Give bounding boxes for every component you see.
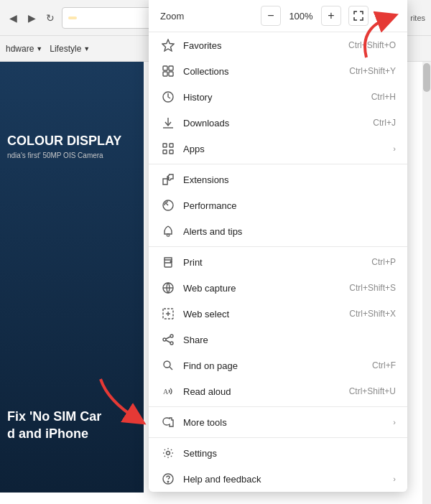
alerts-menu-label: Alerts and tips bbox=[183, 226, 396, 237]
divider-4 bbox=[149, 437, 407, 438]
extensions-menu-label: Extensions bbox=[183, 174, 396, 185]
svg-marker-3 bbox=[162, 39, 174, 51]
webcapture-shortcut: Ctrl+Shift+S bbox=[349, 283, 396, 293]
favorites-menu-label: Favorites bbox=[183, 40, 341, 51]
menu-item-webselect[interactable]: Web select Ctrl+Shift+X bbox=[149, 301, 407, 327]
performance-menu-icon bbox=[160, 197, 176, 213]
settings-menu-icon bbox=[160, 445, 176, 461]
page-banner: COLOUR DISPLAY ndia's first' 50MP OIS Ca… bbox=[0, 62, 144, 174]
page-content-area: COLOUR DISPLAY ndia's first' 50MP OIS Ca… bbox=[0, 62, 144, 493]
menu-item-collections[interactable]: Collections Ctrl+Shift+Y bbox=[149, 58, 407, 84]
svg-rect-13 bbox=[170, 150, 173, 154]
apps-menu-label: Apps bbox=[183, 144, 386, 154]
menu-item-downloads[interactable]: Downloads Ctrl+J bbox=[149, 110, 407, 136]
history-shortcut: Ctrl+H bbox=[371, 92, 396, 102]
banner-sub-text: ndia's first' 50MP OIS Camera bbox=[7, 151, 136, 159]
forward-icon[interactable]: ▶ bbox=[24, 11, 39, 25]
moretools-menu-icon bbox=[160, 414, 176, 430]
menu-item-share[interactable]: Share bbox=[149, 327, 407, 353]
nav-item-lifestyle[interactable]: Lifestyle ▼ bbox=[50, 44, 90, 54]
apps-menu-icon bbox=[160, 141, 176, 157]
svg-rect-6 bbox=[163, 72, 167, 76]
share-menu-label: Share bbox=[183, 335, 396, 345]
bottom-heading: Fix 'No SIM Car d and iPhone bbox=[7, 409, 122, 442]
menu-item-settings[interactable]: Settings bbox=[149, 440, 407, 466]
svg-point-32 bbox=[167, 481, 169, 482]
divider-3 bbox=[149, 406, 407, 407]
extensions-menu-icon bbox=[160, 172, 176, 187]
nav-lifestyle-arrow: ▼ bbox=[83, 45, 90, 52]
history-menu-label: History bbox=[183, 92, 364, 103]
menu-item-apps[interactable]: Apps › bbox=[149, 136, 407, 162]
favorites-label: rites bbox=[410, 14, 425, 22]
findonpage-shortcut: Ctrl+F bbox=[372, 360, 396, 370]
zoom-expand-button[interactable] bbox=[348, 6, 369, 26]
svg-point-16 bbox=[170, 261, 172, 263]
svg-rect-4 bbox=[163, 66, 167, 70]
helpfeedback-menu-label: Help and feedback bbox=[183, 474, 386, 485]
svg-rect-7 bbox=[169, 72, 173, 76]
svg-rect-12 bbox=[163, 150, 167, 154]
menu-item-history[interactable]: History Ctrl+H bbox=[149, 84, 407, 110]
menu-item-findonpage[interactable]: Find on page Ctrl+F bbox=[149, 353, 407, 378]
webselect-menu-icon bbox=[160, 306, 176, 322]
print-shortcut: Ctrl+P bbox=[371, 257, 396, 267]
menu-item-favorites[interactable]: Favorites Ctrl+Shift+O bbox=[149, 32, 407, 58]
settings-menu-label: Settings bbox=[183, 448, 396, 459]
moretools-menu-label: More tools bbox=[183, 417, 386, 428]
svg-rect-10 bbox=[163, 144, 167, 147]
readaloud-menu-label: Read aloud bbox=[183, 386, 342, 397]
menu-item-helpfeedback[interactable]: Help and feedback › bbox=[149, 466, 407, 492]
apps-arrow: › bbox=[393, 144, 396, 153]
divider-1 bbox=[149, 164, 407, 164]
menu-item-performance[interactable]: Performance bbox=[149, 192, 407, 218]
menu-item-readaloud[interactable]: A Read aloud Ctrl+Shift+U bbox=[149, 378, 407, 404]
svg-line-28 bbox=[170, 367, 172, 370]
menu-item-webcapture[interactable]: Web capture Ctrl+Shift+S bbox=[149, 275, 407, 301]
menu-item-moretools[interactable]: More tools › bbox=[149, 409, 407, 435]
downloads-menu-label: Downloads bbox=[183, 118, 366, 129]
favorites-menu-icon bbox=[160, 37, 176, 53]
collections-menu-icon bbox=[160, 63, 176, 79]
svg-rect-15 bbox=[164, 263, 172, 267]
alerts-menu-icon bbox=[160, 223, 176, 239]
more-dots-icon bbox=[379, 9, 392, 22]
nav-hardware-arrow: ▼ bbox=[36, 45, 42, 52]
dropdown-menu: Zoom − 100% + Favorites Ct bbox=[149, 0, 407, 492]
webselect-shortcut: Ctrl+Shift+X bbox=[349, 309, 396, 319]
findonpage-menu-label: Find on page bbox=[183, 360, 365, 371]
menu-item-print[interactable]: Print Ctrl+P bbox=[149, 249, 407, 275]
nav-item-hardware[interactable]: hdware ▼ bbox=[6, 44, 42, 54]
performance-menu-label: Performance bbox=[183, 200, 396, 211]
zoom-percent: 100% bbox=[288, 11, 314, 22]
zoom-minus-button[interactable]: − bbox=[261, 6, 281, 26]
print-menu-icon bbox=[160, 254, 176, 270]
findonpage-menu-icon bbox=[160, 358, 176, 373]
svg-point-23 bbox=[163, 338, 166, 341]
zoom-bar: Zoom − 100% + bbox=[149, 0, 407, 32]
bottom-text: Fix 'No SIM Car d and iPhone bbox=[0, 401, 129, 449]
collections-menu-label: Collections bbox=[183, 66, 342, 77]
share-menu-icon bbox=[160, 332, 176, 347]
menu-item-extensions[interactable]: Extensions bbox=[149, 167, 407, 192]
refresh-icon[interactable]: ↻ bbox=[43, 11, 57, 25]
helpfeedback-arrow: › bbox=[393, 475, 396, 483]
svg-point-24 bbox=[170, 342, 173, 345]
history-menu-icon bbox=[160, 89, 176, 105]
svg-point-30 bbox=[167, 452, 170, 455]
back-icon[interactable]: ◀ bbox=[6, 11, 20, 25]
scrollbar-thumb[interactable] bbox=[423, 63, 430, 92]
favorites-shortcut: Ctrl+Shift+O bbox=[348, 40, 396, 50]
svg-rect-11 bbox=[170, 144, 173, 147]
scrollbar[interactable] bbox=[422, 62, 431, 504]
moretools-arrow: › bbox=[393, 418, 396, 426]
svg-point-27 bbox=[164, 361, 170, 368]
collections-shortcut: Ctrl+Shift+Y bbox=[349, 66, 396, 76]
webcapture-menu-icon bbox=[160, 280, 176, 296]
svg-point-22 bbox=[170, 335, 173, 337]
svg-point-1 bbox=[385, 15, 387, 17]
more-button[interactable] bbox=[376, 6, 396, 26]
zoom-plus-button[interactable]: + bbox=[321, 6, 341, 26]
svg-rect-5 bbox=[169, 66, 173, 70]
menu-item-alerts[interactable]: Alerts and tips bbox=[149, 218, 407, 244]
